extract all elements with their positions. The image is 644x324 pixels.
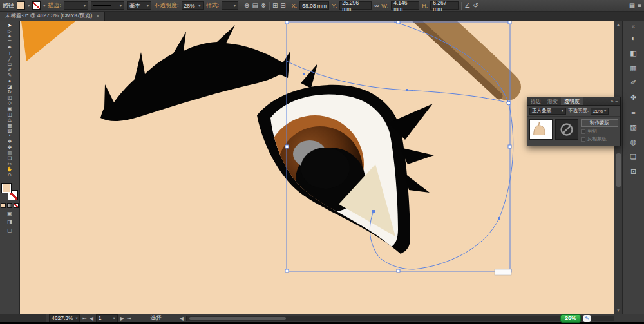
panel-opacity-value: 28% xyxy=(593,108,603,114)
fill-stroke-indicator xyxy=(1,183,18,200)
constrain-proportions-icon[interactable]: ∞ xyxy=(374,2,379,10)
artwork-canvas[interactable] xyxy=(20,21,614,314)
x-label: X: xyxy=(292,3,298,9)
tray-pen-icon[interactable]: ✎ xyxy=(583,315,591,322)
battery-badge[interactable]: 26% xyxy=(560,314,581,323)
stroke-color-swatch[interactable] xyxy=(32,1,41,10)
symbols-panel-icon[interactable]: ✤ xyxy=(623,90,644,105)
divider xyxy=(289,2,289,10)
fill-caret-icon[interactable]: ▾ xyxy=(28,3,30,8)
opacity-combo[interactable]: 28%▾ xyxy=(182,1,204,10)
panel-menu-icon[interactable]: ≡ xyxy=(615,99,618,104)
document-setup-icon[interactable]: ⊕ xyxy=(244,2,249,10)
stroke-weight-combo[interactable]: ▾ xyxy=(64,1,88,10)
fill-swatch[interactable] xyxy=(1,183,12,193)
gradient-panel-icon[interactable]: ▧ xyxy=(623,120,644,135)
prev-artboard-icon[interactable]: ◀ xyxy=(90,316,93,321)
style-link-label[interactable]: 样式: xyxy=(206,1,220,10)
y-field[interactable]: 25.296 mm xyxy=(339,1,372,10)
opacity-link-label[interactable]: 不透明度: xyxy=(154,1,179,10)
align-icon[interactable]: ⊞ xyxy=(272,2,278,10)
pupil-overlap xyxy=(301,148,350,189)
scroll-up-icon[interactable]: ▲ xyxy=(614,21,622,28)
make-mask-button[interactable]: 制作蒙版 xyxy=(581,119,618,127)
swatches-panel-icon[interactable]: ▦ xyxy=(623,61,644,75)
caret-icon: ▾ xyxy=(234,3,236,8)
horizontal-scrollbar[interactable] xyxy=(186,316,614,321)
caret-icon: ▾ xyxy=(198,3,200,8)
mask-thumbnail[interactable] xyxy=(555,119,578,140)
preferences-icon[interactable]: ⚙ xyxy=(261,2,267,10)
artboard-value: 1 xyxy=(99,315,102,321)
blend-mode-value: 正片叠底 xyxy=(532,108,551,114)
illustrator-window: 路径 ▾ ▾ 描边: ▾ ▾ 基本▾ 不透明度: 28%▾ 样式: ▾ ⊕ ▤ … xyxy=(0,0,644,324)
draw-normal-icon[interactable]: ▣ xyxy=(7,211,12,216)
clip-checkbox[interactable] xyxy=(581,129,585,134)
none-button[interactable] xyxy=(14,203,19,208)
doc-icon[interactable]: ▤ xyxy=(252,2,258,10)
color-button[interactable] xyxy=(1,203,6,208)
zoom-tool[interactable]: ⊙ xyxy=(2,173,17,178)
close-tab-icon[interactable]: × xyxy=(96,13,99,19)
brushes-panel-icon[interactable]: ✐ xyxy=(623,75,644,90)
color-panel-icon[interactable]: ◐ xyxy=(623,31,644,46)
h-field[interactable]: 6.267 mm xyxy=(430,1,459,10)
layers-panel-icon[interactable]: ❏ xyxy=(623,149,644,164)
collapse-panels-icon[interactable]: « xyxy=(623,23,644,31)
caret-icon: ▾ xyxy=(120,3,122,8)
artboards-panel-icon[interactable]: ⊡ xyxy=(623,164,644,179)
object-thumbnail[interactable] xyxy=(529,119,553,140)
style-combo[interactable]: ▾ xyxy=(222,1,238,10)
document-tab[interactable]: 未标题-3* @ 4627.3% (CMYK/预览) × xyxy=(0,12,105,21)
scroll-down-icon[interactable]: ▼ xyxy=(614,307,622,314)
tool-list: ➤▷✦⌒✒T╱▭✐✎●◪↻◰◇▣◫△▦▧❛❖✤▥❑✂✋⊙ xyxy=(2,23,17,178)
caret-icon: ▾ xyxy=(147,3,149,8)
x-field[interactable]: 68.08 mm xyxy=(299,1,329,10)
hscroll-left-icon[interactable]: ◀ xyxy=(180,316,184,321)
arrange-documents-icon[interactable]: ▦ xyxy=(629,2,635,10)
document-title: 未标题-3* @ 4627.3% (CMYK/预览) xyxy=(5,12,92,20)
distribute-icon[interactable]: ⊟ xyxy=(280,2,285,10)
artwork-svg xyxy=(20,21,614,314)
stroke-caret-icon[interactable]: ▾ xyxy=(43,3,45,8)
zoom-value: 4627.3% xyxy=(52,315,73,321)
tab-gradient[interactable]: 渐变 xyxy=(544,97,561,105)
fill-color-swatch[interactable] xyxy=(17,1,25,10)
tab-stroke[interactable]: 描边 xyxy=(527,97,544,105)
stroke-link-label[interactable]: 描边: xyxy=(48,1,62,10)
anchor-point-selected[interactable] xyxy=(507,101,511,105)
invert-mask-checkbox[interactable] xyxy=(581,137,585,142)
last-artboard-icon[interactable]: ⇥ xyxy=(127,316,131,321)
draw-behind-icon[interactable]: ◨ xyxy=(7,219,12,225)
opacity-value: 28% xyxy=(184,3,195,9)
shear-icon[interactable]: ∠ xyxy=(464,2,470,10)
caret-icon: ▾ xyxy=(604,108,606,113)
stroke-panel-icon[interactable]: ≡ xyxy=(623,105,644,120)
w-field[interactable]: 4.146 mm xyxy=(391,1,419,10)
rotate-icon[interactable]: ↺ xyxy=(473,2,478,10)
panel-body: 制作蒙版 剪切 反相蒙版 xyxy=(527,117,620,145)
blend-mode-combo[interactable]: 正片叠底▾ xyxy=(529,108,566,115)
next-artboard-icon[interactable]: ▶ xyxy=(120,316,124,321)
vertical-scrollbar[interactable]: ▲ ▼ xyxy=(614,21,622,314)
clip-label: 剪切 xyxy=(587,128,597,135)
horizontal-scroll-thumb[interactable] xyxy=(189,317,286,320)
appearance-panel-icon[interactable]: ◍ xyxy=(623,135,644,149)
panel-expand-icon[interactable]: » xyxy=(611,99,613,104)
brush-definition-combo[interactable]: ▾ xyxy=(91,1,124,10)
zoom-combo[interactable]: 4627.3%▾ xyxy=(49,314,80,323)
artboard-combo[interactable]: 1▾ xyxy=(96,314,118,323)
screen-mode-icon[interactable]: ▢ xyxy=(7,227,12,233)
workspace-menu-icon[interactable]: ≡ xyxy=(638,2,641,10)
first-artboard-icon[interactable]: ⇤ xyxy=(82,316,87,321)
brush-stroke-preview xyxy=(93,5,111,6)
brush-style-combo[interactable]: 基本▾ xyxy=(127,1,151,10)
caret-icon: ▾ xyxy=(562,108,564,113)
panel-opacity-combo[interactable]: 28%▾ xyxy=(591,108,609,115)
panel-dock: «◐◧▦✐✤≡▧◍❏⊡ xyxy=(622,21,644,314)
vertical-scroll-thumb[interactable] xyxy=(616,153,621,187)
caret-icon: ▾ xyxy=(113,316,115,321)
tab-transparency[interactable]: 透明度 xyxy=(561,97,583,105)
color-guide-panel-icon[interactable]: ◧ xyxy=(623,46,644,61)
gradient-button[interactable] xyxy=(7,203,12,208)
